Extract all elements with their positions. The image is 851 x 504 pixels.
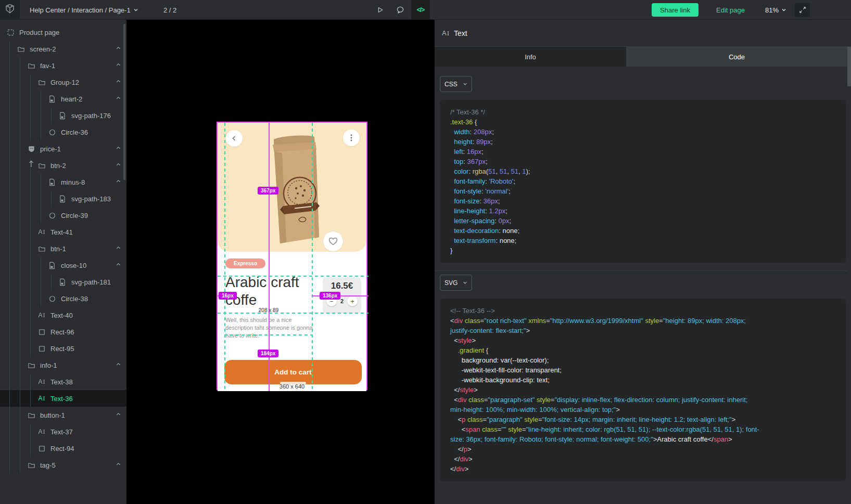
tab-info[interactable]: Info: [435, 47, 626, 67]
code-view-button[interactable]: </>: [411, 0, 430, 20]
zoom-control[interactable]: 81%: [765, 0, 786, 20]
layer-screen-2[interactable]: screen-2: [0, 41, 126, 57]
chevron-up-icon[interactable]: [116, 361, 121, 369]
page-indicator: 2 / 2: [163, 0, 176, 20]
code-line: </div>: [450, 464, 835, 474]
layer-svg-path-176[interactable]: svg-path-176: [0, 107, 126, 124]
tree-guide-line: [20, 140, 20, 157]
code-line: </p>: [450, 444, 835, 454]
code-line: <div class="paragraph-set" style="displa…: [450, 395, 835, 405]
edit-page-link[interactable]: Edit page: [716, 0, 745, 20]
layer-svg-path-181[interactable]: svg-path-181: [0, 274, 126, 290]
measure-badge-right: 136px: [320, 292, 340, 300]
layers-panel: Product pagescreen-2fav-1Group-12heart-2…: [0, 20, 126, 504]
chevron-up-icon[interactable]: [116, 411, 121, 419]
chevron-up-icon[interactable]: [116, 95, 121, 102]
chevron-up-icon[interactable]: [116, 261, 121, 269]
layer-button-1[interactable]: button-1: [0, 407, 126, 423]
add-to-cart-button[interactable]: Add to cart: [224, 360, 362, 384]
product-tag[interactable]: Expresso: [225, 259, 265, 268]
code-line: background: var(--text-color);: [450, 355, 835, 365]
circle-icon: [48, 294, 56, 303]
layer-label: Rect-96: [50, 328, 74, 336]
tree-guide-line: [9, 240, 10, 257]
selection-dimensions-label: 208 x 89: [248, 307, 289, 313]
play-button[interactable]: [372, 0, 388, 20]
menu-button[interactable]: [343, 130, 360, 146]
layer-rect-94[interactable]: Rect-94: [0, 440, 126, 457]
tree-guide-line: [9, 357, 10, 373]
layer-text-41[interactable]: AIText-41: [0, 224, 126, 240]
layer-label: Text-37: [50, 428, 73, 436]
chevron-down-icon: [463, 280, 467, 285]
tree-guide-line: [51, 274, 52, 290]
chevron-up-icon[interactable]: [116, 45, 121, 53]
code-line: /* Text-36 */: [450, 107, 835, 117]
tree-guide-line: [41, 190, 41, 207]
tree-guide-line: [9, 407, 10, 423]
svg-language-select[interactable]: SVG: [440, 275, 472, 291]
layer-btn-1[interactable]: btn-1: [0, 240, 126, 257]
layer-heart-2[interactable]: heart-2: [0, 91, 126, 107]
layer-label: button-1: [40, 411, 65, 419]
rect-icon: [37, 344, 46, 353]
layer-price-1[interactable]: price-1: [0, 140, 126, 157]
chevron-up-icon[interactable]: [116, 61, 121, 69]
inspector-scrollbar[interactable]: [847, 47, 851, 504]
share-link-button[interactable]: Share link: [652, 3, 698, 17]
layer-label: Text-41: [50, 228, 73, 236]
chevron-up-icon[interactable]: [116, 178, 121, 186]
tree-guide-line: [51, 107, 52, 124]
layer-svg-path-183[interactable]: svg-path-183: [0, 190, 126, 207]
layer-fav-1[interactable]: fav-1: [0, 57, 126, 74]
chevron-up-icon[interactable]: [116, 244, 121, 252]
layer-label: info-1: [40, 361, 57, 369]
fullscreen-button[interactable]: [795, 3, 810, 17]
chevron-up-icon[interactable]: [116, 461, 121, 469]
code-line: height: 89px;: [450, 137, 835, 147]
layer-group-12[interactable]: Group-12: [0, 74, 126, 91]
code-line: </style>: [450, 385, 835, 395]
layer-tag-5[interactable]: tag-5: [0, 457, 126, 473]
product-description: Well, this should be a nice description …: [225, 316, 319, 340]
layer-rect-95[interactable]: Rect-95: [0, 340, 126, 357]
tree-guide-line: [9, 190, 10, 207]
app-logo[interactable]: [0, 0, 20, 20]
layer-circle-39[interactable]: Circle-39: [0, 207, 126, 224]
comment-button[interactable]: [392, 0, 409, 20]
code-icon: </>: [417, 6, 424, 14]
layer-text-40[interactable]: AIText-40: [0, 307, 126, 324]
breadcrumb[interactable]: Help Center / Interaction / Page-1: [30, 0, 138, 20]
chevron-up-icon[interactable]: [116, 78, 121, 86]
sidebar-scrollbar[interactable]: [123, 24, 125, 180]
tree-guide-line: [9, 274, 10, 290]
css-language-select[interactable]: CSS: [440, 76, 472, 92]
tree-guide-line: [30, 423, 31, 440]
mobile-screen-frame[interactable]: Expresso Arabic craft coffe 208 x 89 16.…: [217, 122, 367, 390]
code-line: font-style: 'normal';: [450, 186, 835, 196]
tree-guide-line: [30, 91, 31, 107]
tree-guide-line: [30, 373, 31, 390]
canvas[interactable]: Expresso Arabic craft coffe 208 x 89 16.…: [126, 20, 435, 504]
plus-button[interactable]: +: [347, 296, 358, 306]
layer-circle-36[interactable]: Circle-36: [0, 124, 126, 140]
layer-circle-38[interactable]: Circle-38: [0, 290, 126, 307]
code-line: -webkit-text-fill-color: transparent;: [450, 365, 835, 375]
layer-btn-2[interactable]: btn-2: [0, 157, 126, 174]
chevron-up-icon[interactable]: [116, 145, 121, 152]
favorite-button[interactable]: [323, 231, 343, 251]
chevron-up-icon[interactable]: [116, 161, 121, 169]
layer-text-38[interactable]: AIText-38: [0, 373, 126, 390]
layer-text-37[interactable]: AIText-37: [0, 423, 126, 440]
layer-text-36[interactable]: AIText-36: [0, 390, 126, 407]
layer-minus-8[interactable]: minus-8: [0, 174, 126, 190]
svg-icon: [48, 178, 56, 186]
layer-close-10[interactable]: close-10: [0, 257, 126, 274]
tab-code[interactable]: Code: [626, 47, 847, 67]
layer-product page[interactable]: Product page: [0, 24, 126, 41]
tree-guide-line: [20, 174, 20, 190]
back-button[interactable]: [226, 130, 243, 147]
layer-info-1[interactable]: info-1: [0, 357, 126, 373]
layer-rect-96[interactable]: Rect-96: [0, 324, 126, 340]
svg-icon: [48, 261, 56, 269]
